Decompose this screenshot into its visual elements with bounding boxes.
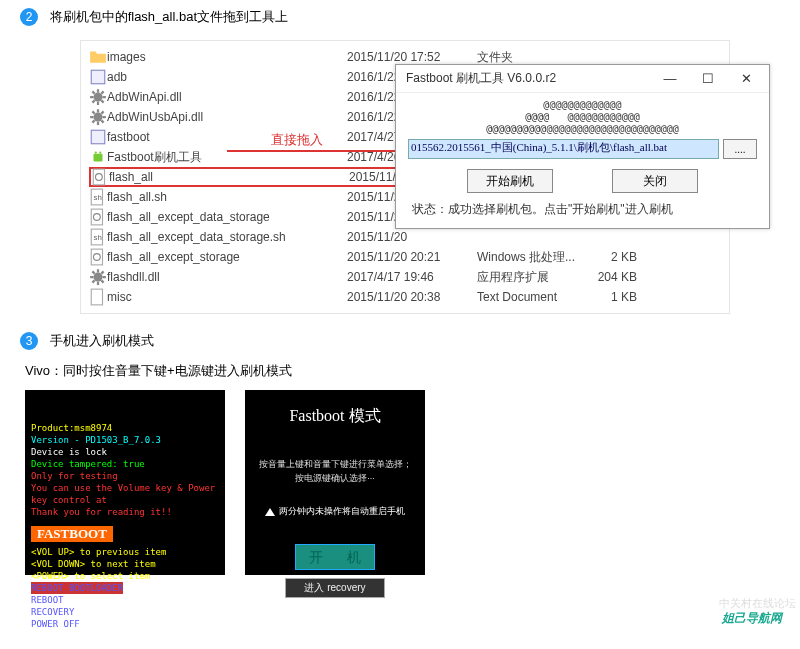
file-name: flash_all.sh xyxy=(107,190,347,204)
path-input[interactable]: 015562.2015561_中国(China)_5.1.1\刷机包\flash… xyxy=(408,139,719,159)
file-icon xyxy=(89,268,107,286)
file-name: misc xyxy=(107,290,347,304)
file-name: AdbWinUsbApi.dll xyxy=(107,110,347,124)
file-icon xyxy=(89,248,107,266)
shot1-line: REBOOT xyxy=(31,594,219,606)
site-watermark: 姐己导航网 xyxy=(722,610,782,627)
ascii-art: @@@@@@@@@@@@@ @@@@ @@@@@@@@@@@@ @@@@@@@@… xyxy=(408,99,757,135)
file-name: flash_all_except_data_storage.sh xyxy=(107,230,347,244)
file-type: Text Document xyxy=(477,290,577,304)
drag-hint-label: 直接拖入 xyxy=(271,131,323,149)
dialog-close-button[interactable]: 关闭 xyxy=(612,169,698,193)
step-3-text: 手机进入刷机模式 xyxy=(50,333,154,348)
shot1-line: Device tampered: true xyxy=(31,458,219,470)
shot1-line: You can use the Volume key & Power key c… xyxy=(31,482,219,506)
file-name: adb xyxy=(107,70,347,84)
close-button[interactable]: ✕ xyxy=(727,68,765,90)
shot1-line: Device is lock xyxy=(31,446,219,458)
step-2-text: 将刷机包中的flash_all.bat文件拖到工具上 xyxy=(50,9,288,24)
file-icon xyxy=(89,108,107,126)
shot1-line: POWER OFF xyxy=(31,618,219,630)
svg-rect-3 xyxy=(91,130,105,144)
shot1-line: Product:msm8974 xyxy=(31,422,219,434)
warning-icon xyxy=(265,508,275,516)
dialog-title: Fastboot 刷机工具 V6.0.0.r2 xyxy=(406,70,651,87)
shot1-line: RECOVERY xyxy=(31,606,219,618)
vivo-tip: Vivo：同时按住音量下键+电源键进入刷机模式 xyxy=(0,354,800,384)
file-size: 2 KB xyxy=(577,250,637,264)
file-type: Windows 批处理... xyxy=(477,249,577,266)
screenshots-row: Product:msm8974 Version - PD1503_B_7.0.3… xyxy=(0,384,800,575)
file-name: flash_all_except_data_storage xyxy=(107,210,347,224)
file-icon xyxy=(89,208,107,226)
file-icon xyxy=(89,148,107,166)
svg-point-1 xyxy=(94,93,103,102)
svg-text:sh: sh xyxy=(94,233,102,242)
file-row[interactable]: shflash_all_except_data_storage.sh2015/1… xyxy=(89,227,721,247)
file-name: flash_all xyxy=(109,170,349,184)
file-date: 2015/11/20 xyxy=(347,230,477,244)
file-type: 文件夹 xyxy=(477,49,577,66)
file-name: AdbWinApi.dll xyxy=(107,90,347,104)
file-icon xyxy=(89,48,107,66)
svg-point-2 xyxy=(94,113,103,122)
shot1-line: REBOOT BOOTLOADER xyxy=(31,582,123,594)
step-3-badge: 3 xyxy=(20,332,38,350)
fastboot-terminal-screenshot: Product:msm8974 Version - PD1503_B_7.0.3… xyxy=(25,390,225,575)
svg-text:sh: sh xyxy=(94,193,102,202)
svg-rect-0 xyxy=(91,70,105,84)
step-2-badge: 2 xyxy=(20,8,38,26)
maximize-button[interactable]: ☐ xyxy=(689,68,727,90)
fastboot-mode-screenshot: Fastboot 模式 按音量上键和音量下键进行菜单选择；按电源键确认选择···… xyxy=(245,390,425,575)
shot2-warning: 两分钟内未操作将自动重启手机 xyxy=(255,505,415,518)
file-date: 2015/11/20 20:38 xyxy=(347,290,477,304)
file-icon xyxy=(89,88,107,106)
file-type: 应用程序扩展 xyxy=(477,269,577,286)
file-date: 2015/11/20 17:52 xyxy=(347,50,477,64)
power-on-button[interactable]: 开 机 xyxy=(295,544,375,570)
file-row[interactable]: flash_all_except_storage2015/11/20 20:21… xyxy=(89,247,721,267)
file-row[interactable]: misc2015/11/20 20:38Text Document1 KB xyxy=(89,287,721,307)
browse-button[interactable]: .... xyxy=(723,139,757,159)
file-icon xyxy=(89,128,107,146)
file-date: 2017/4/17 19:46 xyxy=(347,270,477,284)
file-icon: sh xyxy=(89,188,107,206)
dialog-body: @@@@@@@@@@@@@ @@@@ @@@@@@@@@@@@ @@@@@@@@… xyxy=(396,93,769,228)
svg-rect-18 xyxy=(91,289,102,305)
file-name: flashdll.dll xyxy=(107,270,347,284)
svg-point-6 xyxy=(99,151,101,153)
start-flash-button[interactable]: 开始刷机 xyxy=(467,169,553,193)
shot1-line: Only for testing xyxy=(31,470,219,482)
file-icon xyxy=(89,68,107,86)
zol-watermark: 中关村在线论坛 xyxy=(719,596,796,611)
shot1-line: <VOL UP> to previous item xyxy=(31,546,219,558)
shot1-line: <VOL DOWN> to next item xyxy=(31,558,219,570)
dialog-titlebar: Fastboot 刷机工具 V6.0.0.r2 — ☐ ✕ xyxy=(396,65,769,93)
fastboot-tag: FASTBOOT xyxy=(31,526,113,542)
svg-point-17 xyxy=(94,273,103,282)
svg-point-5 xyxy=(95,151,97,153)
file-icon xyxy=(91,168,109,186)
status-row: 状态：成功选择刷机包。点击"开始刷机"进入刷机 xyxy=(408,199,757,218)
fastboot-dialog: Fastboot 刷机工具 V6.0.0.r2 — ☐ ✕ @@@@@@@@@@… xyxy=(395,64,770,229)
file-size: 1 KB xyxy=(577,290,637,304)
enter-recovery-button[interactable]: 进入 recovery xyxy=(285,578,385,598)
shot2-title: Fastboot 模式 xyxy=(255,406,415,427)
shot1-line: Version - PD1503_B_7.0.3 xyxy=(31,434,219,446)
file-name: images xyxy=(107,50,347,64)
file-icon: sh xyxy=(89,228,107,246)
file-name: flash_all_except_storage xyxy=(107,250,347,264)
path-row: 015562.2015561_中国(China)_5.1.1\刷机包\flash… xyxy=(408,139,757,159)
minimize-button[interactable]: — xyxy=(651,68,689,90)
shot2-tip: 按音量上键和音量下键进行菜单选择；按电源键确认选择··· xyxy=(255,457,415,485)
file-row[interactable]: flashdll.dll2017/4/17 19:46应用程序扩展204 KB xyxy=(89,267,721,287)
status-label: 状态： xyxy=(412,202,448,216)
step-2-header: 2 将刷机包中的flash_all.bat文件拖到工具上 xyxy=(0,0,800,30)
shot1-line: <POWER> to select item xyxy=(31,570,219,582)
step-3-header: 3 手机进入刷机模式 xyxy=(0,324,800,354)
status-text: 成功选择刷机包。点击"开始刷机"进入刷机 xyxy=(448,202,673,216)
file-size: 204 KB xyxy=(577,270,637,284)
file-icon xyxy=(89,288,107,306)
shot1-line: Thank you for reading it!! xyxy=(31,506,219,518)
file-date: 2015/11/20 20:21 xyxy=(347,250,477,264)
